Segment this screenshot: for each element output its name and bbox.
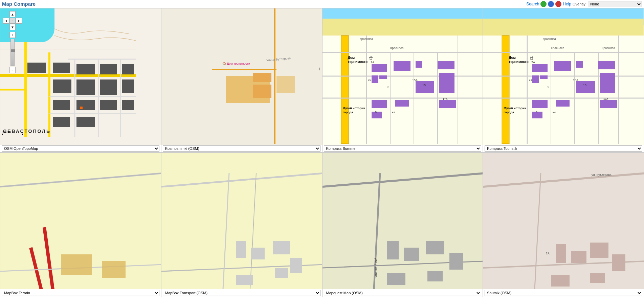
map-grid: д а СЕВАСТОПОЛЬ 100 m ▲ ◄ · ► ▼ +: [0, 8, 644, 297]
search-link[interactable]: Search: [526, 2, 539, 6]
nav-south[interactable]: ▼: [9, 24, 16, 30]
map-cell-2: + 🏠 Дом терпимости Улица Бутлерова Kosmo…: [161, 8, 322, 153]
overlay-select[interactable]: None OpenSeaMap Hillshading: [588, 1, 642, 7]
map1-scale-line: [2, 134, 23, 135]
map3-label-bar: Kompass Summer Kompass Winter: [323, 145, 483, 152]
overlay-label: Overlay:: [573, 2, 586, 6]
icon-green[interactable]: [540, 1, 547, 7]
map8-dropdown[interactable]: Sputnik (OSM) OpenStreetMap: [485, 290, 642, 296]
zoom-slider[interactable]: [10, 39, 15, 66]
header: Map Compare Search Help Overlay: None Op…: [0, 0, 644, 8]
map1-scale-label: 100 m: [2, 130, 23, 134]
map5-label-bar: MapBox Terrain MapBox Streets: [0, 289, 161, 297]
map2-crosshair: +: [318, 66, 321, 72]
nav-controls: ▲ ◄ · ► ▼ + −: [3, 11, 22, 73]
map4-background: [483, 8, 644, 145]
map3-dropdown[interactable]: Kompass Summer Kompass Winter: [324, 145, 482, 152]
map-cell-3: 2А К4 15А 15 9 8 17А К4 Краснлса Домтерп…: [322, 8, 483, 153]
nav-west[interactable]: ◄: [3, 18, 9, 24]
map4-dom-label: Домтерпимости: [509, 56, 529, 64]
zoom-out-btn[interactable]: −: [9, 67, 16, 73]
map1-dropdown[interactable]: OSM OpenTopoMap OpenStreetMap: [2, 145, 159, 152]
nav-ew: ◄ · ►: [3, 18, 22, 24]
map-cell-8: ул. Бутлерова 2А Дом терпимости: [483, 153, 644, 297]
nav-north[interactable]: ▲: [9, 11, 16, 17]
map8-label-bar: Sputnik (OSM) OpenStreetMap: [483, 289, 644, 297]
header-right: Search Help Overlay: None OpenSeaMap Hil…: [526, 1, 642, 7]
map2-label-bar: Kosmosnimki (OSM) OpenStreetMap: [161, 145, 322, 152]
zoom-handle: [11, 49, 15, 52]
map-cell-7: улица Ленина Дом терпимости + Mapquest M…: [322, 153, 483, 297]
map-canvas-6[interactable]: Дом терпимости +: [161, 153, 322, 289]
map1-scale: 100 m: [2, 130, 23, 135]
map3-museum-label: Музей историигорода: [343, 107, 365, 114]
map1-label-bar: OSM OpenTopoMap OpenStreetMap: [0, 145, 161, 152]
nav-center[interactable]: ·: [9, 18, 16, 24]
map7-dropdown[interactable]: Mapquest Map (OSM) OpenStreetMap: [324, 290, 482, 296]
help-link[interactable]: Help: [563, 2, 571, 6]
map-canvas-2[interactable]: + 🏠 Дом терпимости Улица Бутлерова: [161, 8, 322, 145]
map-cell-4: 2А К4 15А 15 9 8 17А К4 Краснлса Краснлс…: [483, 8, 644, 153]
map5-background: [0, 153, 161, 289]
map-cell-6: Дом терпимости + MapBox Transport (OSM) …: [161, 153, 322, 297]
map-canvas-5[interactable]: Дом терпимости +: [0, 153, 161, 289]
map-canvas-3[interactable]: 2А К4 15А 15 9 8 17А К4 Краснлса Домтерп…: [323, 8, 483, 145]
icon-red[interactable]: [555, 1, 561, 7]
map4-road-label: Краснлса: [542, 37, 556, 41]
map5-dropdown[interactable]: MapBox Terrain MapBox Streets: [2, 290, 159, 296]
map4-label-bar: Kompass Touristik Kompass Summer: [483, 145, 644, 152]
map6-background: [161, 153, 322, 289]
map4-dropdown[interactable]: Kompass Touristik Kompass Summer: [485, 145, 642, 152]
app-title: Map Compare: [2, 1, 36, 7]
map7-label-bar: Mapquest Map (OSM) OpenStreetMap: [323, 289, 483, 297]
map2-poi: 🏠 Дом терпимости: [222, 62, 250, 65]
map-canvas-1[interactable]: д а СЕВАСТОПОЛЬ 100 m ▲ ◄ · ► ▼ +: [0, 8, 161, 145]
map3-background: [323, 8, 483, 145]
header-left: Map Compare: [2, 1, 36, 7]
map-canvas-4[interactable]: 2А К4 15А 15 9 8 17А К4 Краснлса Краснлс…: [483, 8, 644, 145]
map4-museum-label: Музей историигорода: [504, 107, 526, 114]
icon-blue[interactable]: [548, 1, 554, 7]
map3-dom-label: Домтерпимости: [348, 56, 368, 64]
map2-dropdown[interactable]: Kosmosnimki (OSM) OpenStreetMap: [163, 145, 320, 152]
map7-background: [323, 153, 483, 289]
map6-dropdown[interactable]: MapBox Transport (OSM) MapBox Streets: [163, 290, 320, 296]
map-canvas-7[interactable]: улица Ленина Дом терпимости +: [323, 153, 483, 289]
map8-background: [483, 153, 644, 289]
zoom-in-btn[interactable]: +: [9, 32, 16, 38]
map6-label-bar: MapBox Transport (OSM) MapBox Streets: [161, 289, 322, 297]
map-canvas-8[interactable]: ул. Бутлерова 2А Дом терпимости: [483, 153, 644, 289]
map2-background: [161, 8, 322, 145]
nav-east[interactable]: ►: [16, 18, 22, 24]
map-cell-1: д а СЕВАСТОПОЛЬ 100 m ▲ ◄ · ► ▼ +: [0, 8, 161, 153]
map-cell-5: Дом терпимости + MapBox Terrain MapBox S…: [0, 153, 161, 297]
map3-road-label1: Краснлса: [360, 37, 373, 41]
